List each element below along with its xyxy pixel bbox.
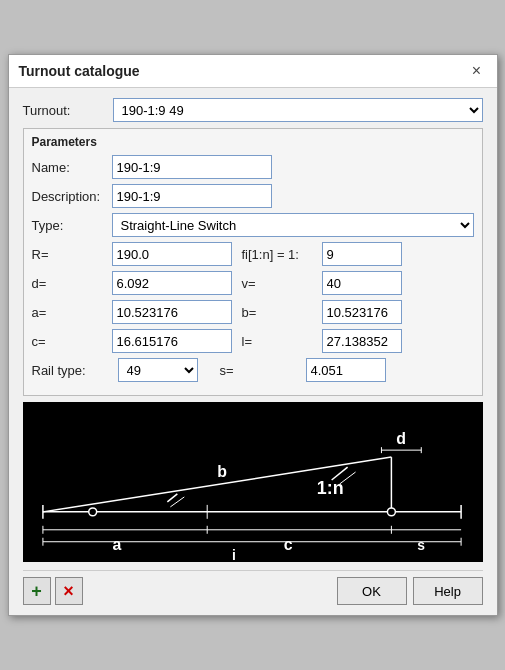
type-select[interactable]: Straight-Line Switch	[112, 213, 474, 237]
r-label: R=	[32, 247, 112, 262]
turnout-select[interactable]: 190-1:9 49	[113, 98, 483, 122]
svg-text:d: d	[396, 430, 406, 447]
svg-point-12	[387, 508, 395, 516]
svg-point-11	[88, 508, 96, 516]
fi-input[interactable]	[322, 242, 402, 266]
title-bar: Turnout catalogue ×	[9, 55, 497, 88]
d-input[interactable]	[112, 271, 232, 295]
svg-text:c: c	[283, 536, 292, 553]
s-input[interactable]	[306, 358, 386, 382]
s-label: s=	[220, 363, 300, 378]
rail-select[interactable]: 49	[118, 358, 198, 382]
window-title: Turnout catalogue	[19, 63, 140, 79]
svg-text:s: s	[417, 537, 425, 553]
b-label: b=	[242, 305, 322, 320]
r-fi-row: R= fi[1:n] = 1:	[32, 242, 474, 266]
turnout-diagram: d b 1:n	[23, 402, 483, 562]
r-input[interactable]	[112, 242, 232, 266]
svg-text:b: b	[217, 463, 227, 480]
footer-left: + ×	[23, 577, 83, 605]
delete-button[interactable]: ×	[55, 577, 83, 605]
svg-text:a: a	[112, 536, 121, 553]
svg-text:1:n: 1:n	[316, 478, 343, 498]
type-label: Type:	[32, 218, 112, 233]
footer: + × OK Help	[23, 570, 483, 607]
rail-s-row: Rail type: 49 s=	[32, 358, 474, 382]
help-button[interactable]: Help	[413, 577, 483, 605]
fi-label: fi[1:n] = 1:	[242, 247, 322, 262]
rail-label: Rail type:	[32, 363, 112, 378]
a-input[interactable]	[112, 300, 232, 324]
name-label: Name:	[32, 160, 112, 175]
params-title: Parameters	[32, 135, 474, 149]
parameters-section: Parameters Name: Description: Type: Stra…	[23, 128, 483, 396]
name-input[interactable]	[112, 155, 272, 179]
v-label: v=	[242, 276, 322, 291]
main-window: Turnout catalogue × Turnout: 190-1:9 49 …	[8, 54, 498, 616]
l-label: l=	[242, 334, 322, 349]
l-input[interactable]	[322, 329, 402, 353]
d-label: d=	[32, 276, 112, 291]
c-input[interactable]	[112, 329, 232, 353]
a-b-row: a= b=	[32, 300, 474, 324]
type-row: Type: Straight-Line Switch	[32, 213, 474, 237]
name-row: Name:	[32, 155, 474, 179]
svg-line-8	[167, 494, 177, 502]
desc-row: Description:	[32, 184, 474, 208]
svg-text:i: i	[232, 547, 236, 562]
footer-right: OK Help	[337, 577, 483, 605]
close-button[interactable]: ×	[467, 61, 487, 81]
ok-button[interactable]: OK	[337, 577, 407, 605]
v-input[interactable]	[322, 271, 402, 295]
d-v-row: d= v=	[32, 271, 474, 295]
add-button[interactable]: +	[23, 577, 51, 605]
c-l-row: c= l=	[32, 329, 474, 353]
c-label: c=	[32, 334, 112, 349]
a-label: a=	[32, 305, 112, 320]
turnout-row: Turnout: 190-1:9 49	[23, 98, 483, 122]
desc-input[interactable]	[112, 184, 272, 208]
content-area: Turnout: 190-1:9 49 Parameters Name: Des…	[9, 88, 497, 615]
desc-label: Description:	[32, 189, 112, 204]
b-input[interactable]	[322, 300, 402, 324]
turnout-label: Turnout:	[23, 103, 113, 118]
